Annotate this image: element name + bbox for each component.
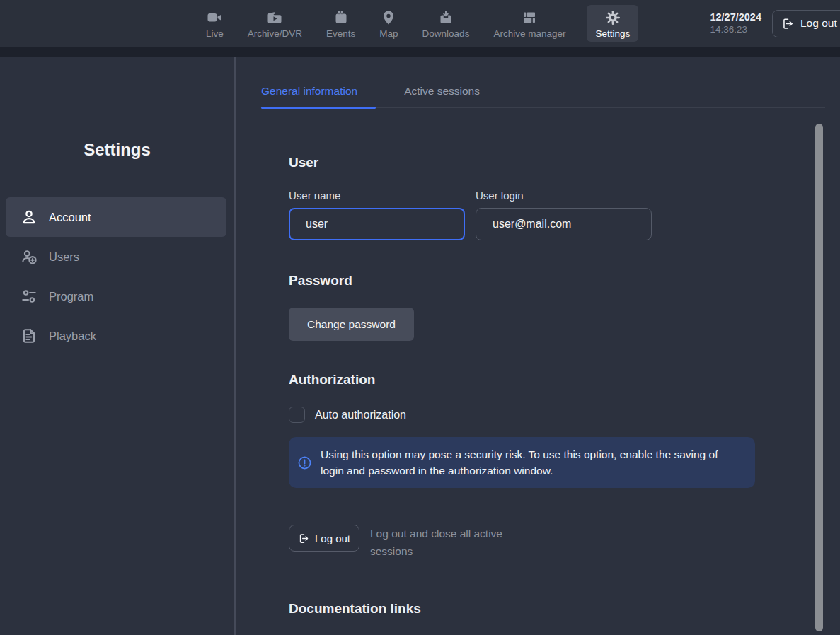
date-display: 12/27/2024 [710,11,761,23]
nav-item-archive-manager[interactable]: Archive manager [490,5,568,42]
content-logout-button[interactable]: Log out [289,525,359,552]
gear-icon [604,8,621,27]
sidebar-item-account[interactable]: Account [6,197,226,237]
logout-row: Log out Log out and close all active ses… [289,525,840,560]
tab-general-information[interactable]: General information [261,85,376,107]
logout-label: Log out [800,17,837,30]
sidebar-item-label: Users [49,250,79,264]
nav-label: Live [206,28,224,39]
nav-label: Settings [595,28,630,39]
time-display: 14:36:23 [710,24,761,35]
auto-authorization-checkbox[interactable] [289,407,305,423]
authorization-section-heading: Authorization [289,372,840,388]
sidebar-item-label: Program [49,290,93,303]
logout-exit-icon [298,532,310,544]
sidebar-title: Settings [0,140,234,160]
general-information-panel: User User name User login Password Chang… [261,155,840,635]
sliders-icon [20,287,38,305]
login-label: User login [476,190,652,202]
document-icon [20,327,38,345]
topbar-right-group: 12/27/2024 14:36:23 Log out [710,10,840,37]
logout-button-label: Log out [315,532,350,544]
change-password-button[interactable]: Change password [289,308,414,341]
settings-sidebar: Settings Account [0,57,234,635]
sidebar-item-users[interactable]: Users [6,237,226,276]
events-journal-icon [333,8,350,27]
user-login-input[interactable] [476,208,652,240]
security-warning-note: Using this option may pose a security ri… [289,437,755,488]
top-navigation-bar: Live Archive/DVR Events [0,0,840,47]
folder-play-icon [266,8,283,27]
nav-item-map[interactable]: Map [376,5,401,42]
settings-menu: Account Users [0,197,234,356]
nav-item-archive-dvr[interactable]: Archive/DVR [245,5,305,42]
nav-item-live[interactable]: Live [203,5,226,42]
auto-authorization-label: Auto authorization [315,409,406,421]
video-camera-icon [206,8,223,27]
nav-item-settings[interactable]: Settings [587,5,638,42]
login-field-group: User login [476,190,652,240]
auto-authorization-row: Auto authorization [289,407,840,423]
nav-label: Map [379,28,398,39]
vertical-scrollbar-thumb[interactable] [815,124,823,631]
account-person-icon [20,208,38,226]
topbar-logout-button[interactable]: Log out [772,10,840,37]
sidebar-item-label: Playback [49,330,96,343]
nav-label: Events [326,28,355,39]
main-nav: Live Archive/DVR Events [203,5,638,42]
sidebar-item-label: Account [49,211,91,224]
warning-text: Using this option may pose a security ri… [321,446,741,479]
account-settings-content: General information Active sessions User… [236,57,840,635]
download-box-icon [437,8,454,27]
username-field-group: User name [289,190,465,240]
logout-description: Log out and close all active sessions [370,525,524,560]
username-label: User name [289,190,465,202]
logout-exit-icon [781,17,795,30]
warning-info-icon [297,455,312,470]
archive-manager-grid-icon [521,8,538,27]
datetime-display: 12/27/2024 14:36:23 [710,11,761,35]
user-section-heading: User [289,155,840,170]
users-add-person-icon [20,247,38,266]
sidebar-item-playback[interactable]: Playback [6,316,226,356]
nav-label: Archive/DVR [248,28,302,39]
nav-label: Downloads [422,28,470,39]
documentation-links-heading: Documentation links [289,601,840,617]
tab-active-sessions[interactable]: Active sessions [404,85,480,107]
map-pin-icon [380,8,397,27]
sidebar-item-program[interactable]: Program [6,276,226,316]
password-section-heading: Password [289,273,840,289]
nav-label: Archive manager [493,28,565,39]
tab-bar: General information Active sessions [261,85,825,108]
username-input[interactable] [289,208,465,240]
user-fields-row: User name User login [289,190,840,240]
nav-item-events[interactable]: Events [323,5,358,42]
nav-item-downloads[interactable]: Downloads [420,5,473,42]
topbar-divider-strip [0,47,840,57]
